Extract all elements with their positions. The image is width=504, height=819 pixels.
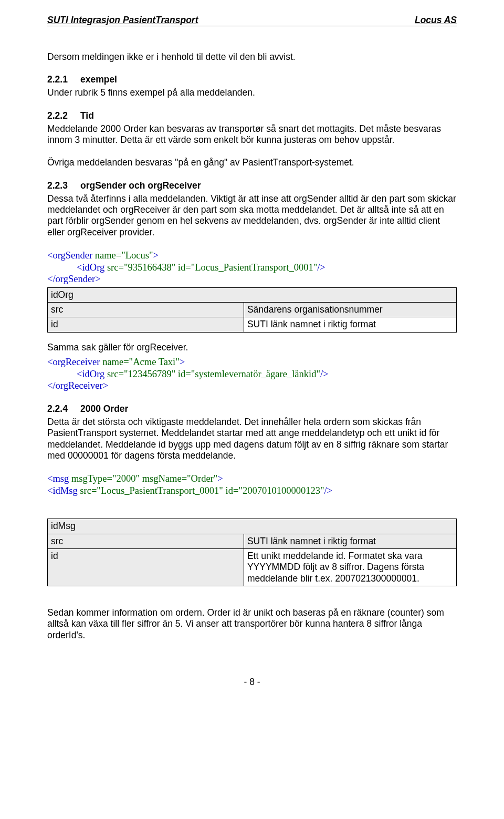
table-cell: id	[48, 549, 244, 586]
code-block-orgreceiver: <orgReceiver name="Acme Taxi"> <idOrg sr…	[47, 356, 457, 392]
section-221-heading: 2.2.1exempel	[47, 74, 457, 85]
xml-attr: src="Locus_PasientTransport_0001" id="20…	[80, 485, 324, 496]
section-title: orgSender och orgReceiver	[80, 180, 201, 191]
section-223-body: Dessa två återfinns i alla meddelanden. …	[47, 193, 457, 238]
table-cell: idOrg	[48, 287, 457, 302]
section-224-heading: 2.2.42000 Order	[47, 403, 457, 414]
table-cell: Ett unikt meddelande id. Formatet ska va…	[244, 549, 456, 586]
header-right: Locus AS	[415, 15, 457, 26]
xml-tag: >	[153, 250, 159, 261]
table-idmsg: idMsg src SUTI länk namnet i riktig form…	[47, 519, 457, 586]
table-row: id Ett unikt meddelande id. Formatet ska…	[48, 549, 457, 586]
section-221-body: Under rubrik 5 finns exempel på alla med…	[47, 87, 457, 98]
xml-tag: <orgSender	[47, 250, 95, 261]
xml-attr: />	[320, 369, 329, 379]
table-cell: src	[48, 534, 244, 548]
xml-tag: <orgReceiver	[47, 357, 102, 367]
table-cell: SUTI länk namnet i riktig format	[244, 534, 456, 548]
table-row: src SUTI länk namnet i riktig format	[48, 534, 457, 548]
xml-attr: src="935166438" id="Locus_PasientTranspo…	[107, 262, 317, 273]
table-cell: idMsg	[48, 519, 457, 534]
table-cell: id	[48, 317, 244, 332]
xml-tag: </orgReceiver>	[47, 380, 108, 391]
xml-attr: name="Locus"	[95, 250, 153, 261]
xml-attr: name="Acme Taxi"	[102, 357, 180, 367]
xml-attr: msgType="2000" msgName="Order"	[71, 473, 217, 484]
xml-tag: >	[180, 357, 185, 367]
section-222-body2: Övriga meddelanden besvaras "på en gång"…	[47, 157, 457, 168]
table-row: src Sändarens organisationsnummer	[48, 303, 457, 317]
xml-tag: <msg	[47, 473, 71, 484]
xml-tag: />	[324, 485, 332, 496]
section-222-body1: Meddelande 2000 Order kan besvaras av tr…	[47, 123, 457, 146]
table-cell: src	[48, 303, 244, 317]
table-row: id SUTI länk namnet i riktig format	[48, 317, 457, 332]
table-row: idMsg	[48, 519, 457, 534]
table-idorg: idOrg src Sändarens organisationsnummer …	[47, 287, 457, 333]
section-224-body: Detta är det största och viktigaste medd…	[47, 417, 457, 461]
document-page: SUTI Integrasjon PasientTransport Locus …	[0, 0, 504, 819]
samma-text: Samma sak gäller för orgReceiver.	[47, 342, 457, 353]
spacer	[47, 496, 457, 516]
xml-tag: <idOrg	[77, 262, 107, 273]
section-number: 2.2.1	[47, 74, 68, 85]
section-number: 2.2.2	[47, 110, 68, 121]
xml-tag: <idMsg	[47, 485, 80, 496]
xml-attr: src="123456789" id="systemlevernatör_äga…	[107, 369, 320, 379]
section-title: exempel	[80, 74, 117, 85]
table-cell: SUTI länk namnet i riktig format	[244, 317, 456, 332]
code-block-msg: <msg msgType="2000" msgName="Order"> <id…	[47, 473, 457, 496]
xml-tag: <idOrg	[77, 369, 107, 379]
section-223-heading: 2.2.3orgSender och orgReceiver	[47, 180, 457, 191]
section-222-heading: 2.2.2Tid	[47, 110, 457, 121]
intro-text: Dersom meldingen ikke er i henhold til d…	[47, 51, 457, 63]
table-row: idOrg	[48, 287, 457, 302]
page-number: - 8 -	[47, 677, 457, 688]
sedan-text: Sedan kommer information om ordern. Orde…	[47, 607, 457, 641]
section-title: Tid	[80, 110, 94, 121]
section-title: 2000 Order	[80, 403, 128, 414]
section-number: 2.2.4	[47, 403, 68, 414]
section-number: 2.2.3	[47, 180, 68, 191]
page-header: SUTI Integrasjon PasientTransport Locus …	[47, 15, 457, 26]
xml-tag: />	[317, 262, 326, 273]
table-cell: Sändarens organisationsnummer	[244, 303, 456, 317]
code-block-orgsender: <orgSender name="Locus"> <idOrg src="935…	[47, 250, 457, 285]
xml-tag: </orgSender>	[47, 274, 101, 284]
xml-tag: >	[217, 473, 223, 484]
header-left: SUTI Integrasjon PasientTransport	[47, 15, 198, 26]
